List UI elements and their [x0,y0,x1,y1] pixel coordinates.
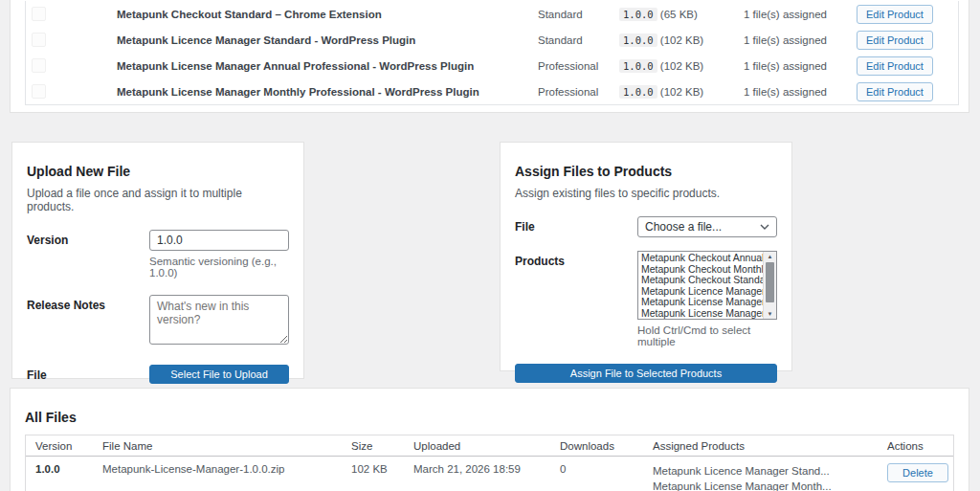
column-header-file-name: File Name [102,440,351,452]
listbox-scrollbar[interactable]: ▲ ▼ [763,252,776,319]
assigned-product: Metapunk License Manager Month... [653,479,887,491]
file-assigned-products: Metapunk Licence Manager Stand... Metapu… [653,463,887,491]
file-table-row: 1.0.0 Metapunk-License-Manager-1.0.0.zip… [26,457,953,491]
product-name: Metapunk Licence Manager Standard - Word… [117,34,538,46]
table-row: Metapunk Licence Manager Standard - Word… [26,27,958,53]
release-notes-label: Release Notes [27,295,149,348]
version-input[interactable] [149,230,289,251]
file-label: File [515,216,637,237]
file-size: (102 KB) [660,34,703,46]
column-header-assigned-products: Assigned Products [653,440,887,452]
file-select-value: Choose a file... [645,220,722,234]
version-help-text: Semantic versioning (e.g., 1.0.0) [149,256,289,279]
products-label: Products [515,251,637,347]
products-select-row: Products Metapunk Checkout Annual Profes… [515,251,777,347]
products-multiselect[interactable]: Metapunk Checkout Annual Profess Metapun… [637,251,777,320]
plugin-files-admin-page: Metapunk Checkout Standard – Chrome Exte… [0,0,980,491]
all-files-title: All Files [25,410,954,425]
file-size: 102 KB [351,463,413,475]
product-thumbnail [32,7,46,21]
version-badge: 1.0.0 [619,85,657,99]
table-row: Metapunk License Manager Monthly Profess… [26,78,958,104]
assign-file-button[interactable]: Assign File to Selected Products [515,364,777,383]
select-file-button[interactable]: Select File to Upload [149,365,289,384]
product-thumbnail [32,58,46,73]
chevron-down-icon [760,224,769,230]
products-card: Metapunk Checkout Standard – Chrome Exte… [10,0,969,113]
scroll-down-icon[interactable]: ▼ [768,309,773,319]
file-size: (102 KB) [660,86,703,98]
file-select-row: File Choose a file... [515,216,777,237]
product-tier: Standard [538,9,619,20]
product-thumbnail [32,84,46,99]
version-badge: 1.0.0 [619,33,657,47]
edit-product-button[interactable]: Edit Product [857,31,933,50]
delete-file-button[interactable]: Delete [887,463,948,482]
assigned-count: 1 file(s) assigned [744,60,857,72]
product-option[interactable]: Metapunk License Manager Monthl [638,308,763,319]
version-label: Version [27,230,149,279]
panel-title: Upload New File [27,164,289,179]
assigned-count: 1 file(s) assigned [744,9,857,20]
scrollbar-thumb[interactable] [766,262,774,302]
column-header-actions: Actions [887,440,953,452]
product-tier: Professional [538,60,619,72]
product-name: Metapunk License Manager Monthly Profess… [117,86,538,98]
all-files-table: Version File Name Size Uploaded Download… [25,435,954,491]
product-name: Metapunk Checkout Standard – Chrome Exte… [117,9,538,20]
multiselect-help-text: Hold Ctrl/Cmd to select multiple [637,324,777,347]
file-select-dropdown[interactable]: Choose a file... [637,216,777,237]
product-option[interactable]: Metapunk Checkout Annual Profess [638,253,763,264]
version-row: Version Semantic versioning (e.g., 1.0.0… [27,230,289,279]
scroll-up-icon[interactable]: ▲ [768,252,773,261]
column-header-downloads: Downloads [560,440,653,452]
upload-new-file-panel: Upload New File Upload a file once and a… [11,142,304,379]
product-tier: Standard [538,34,619,46]
file-version: 1.0.0 [26,463,102,475]
file-name: Metapunk-License-Manager-1.0.0.zip [102,463,351,475]
version-badge: 1.0.0 [619,59,657,73]
assigned-count: 1 file(s) assigned [744,34,857,46]
assigned-product: Metapunk Licence Manager Stand... [653,463,887,479]
edit-product-button[interactable]: Edit Product [857,5,933,24]
product-thumbnail [32,33,46,47]
file-size: (65 KB) [660,9,698,20]
column-header-uploaded: Uploaded [413,440,560,452]
edit-product-button[interactable]: Edit Product [857,56,933,76]
product-tier: Professional [538,86,619,98]
release-notes-row: Release Notes [27,295,289,348]
products-table: Metapunk Checkout Standard – Chrome Exte… [25,1,959,105]
version-badge: 1.0.0 [619,8,657,21]
table-row: Metapunk Checkout Standard – Chrome Exte… [26,1,958,27]
table-row: Metapunk License Manager Annual Professi… [26,53,958,78]
panel-description: Assign existing files to specific produc… [515,187,777,200]
panel-title: Assign Files to Products [515,164,777,179]
column-header-size: Size [351,440,413,452]
panel-description: Upload a file once and assign it to mult… [27,187,289,213]
file-uploaded-date: March 21, 2026 18:59 [413,463,560,475]
assigned-count: 1 file(s) assigned [744,86,857,98]
assign-files-panel: Assign Files to Products Assign existing… [500,142,792,371]
edit-product-button[interactable]: Edit Product [857,82,933,101]
table-header-row: Version File Name Size Uploaded Download… [26,435,953,457]
product-name: Metapunk License Manager Annual Professi… [117,60,538,72]
release-notes-textarea[interactable] [149,295,289,345]
file-downloads: 0 [560,463,653,475]
file-size: (102 KB) [660,60,703,72]
all-files-card: All Files Version File Name Size Uploade… [10,388,969,491]
column-header-version: Version [26,440,102,452]
